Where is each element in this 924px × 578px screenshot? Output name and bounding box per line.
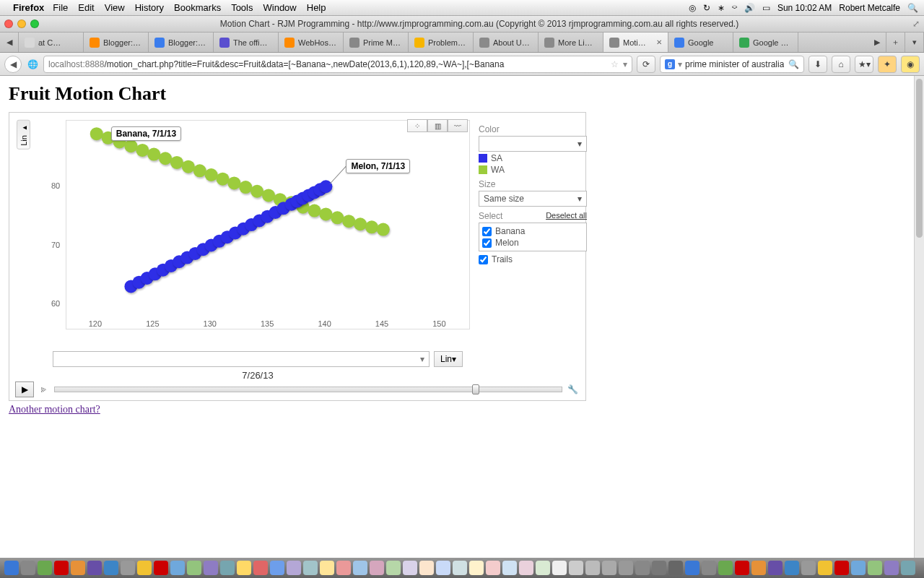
browser-tab[interactable]: Google … <box>733 33 798 52</box>
data-point[interactable] <box>342 215 355 228</box>
dock-app-icon[interactable] <box>419 561 434 575</box>
dock-app-icon[interactable] <box>154 561 168 575</box>
dock-app-icon[interactable] <box>619 561 633 575</box>
menu-edit[interactable]: Edit <box>78 2 94 13</box>
browser-tab[interactable]: Problem… <box>409 33 474 52</box>
y-axis-scale-button[interactable]: Lin ▸ <box>17 120 30 150</box>
dock-app-icon[interactable] <box>320 561 334 575</box>
wifi-icon[interactable]: ⌔ <box>732 3 737 13</box>
dock-app-icon[interactable] <box>204 561 218 575</box>
dock-app-icon[interactable] <box>685 561 699 575</box>
dock-app-icon[interactable] <box>868 561 882 575</box>
menu-history[interactable]: History <box>135 2 164 13</box>
dock-app-icon[interactable] <box>469 561 484 575</box>
dock-app-icon[interactable] <box>386 561 401 575</box>
data-point[interactable] <box>159 152 172 165</box>
dock-app-icon[interactable] <box>170 561 185 575</box>
user-name[interactable]: Robert Metcalfe <box>839 3 900 13</box>
reload-button[interactable]: ⟳ <box>637 56 655 73</box>
tab-list-button[interactable]: ▾ <box>905 33 924 52</box>
dock-app-icon[interactable] <box>270 561 284 575</box>
addon-button-2[interactable]: ◉ <box>901 56 920 73</box>
dock-app-icon[interactable] <box>436 561 450 575</box>
data-point[interactable] <box>227 176 240 189</box>
site-identity-icon[interactable]: 🌐 <box>26 59 39 69</box>
data-point[interactable] <box>354 217 367 230</box>
chart-plot-area[interactable]: ⁘ ▥ 〰 Banana, 7/1/13 Melon, 7/1/13 <box>66 120 470 329</box>
deselect-all-link[interactable]: Deselect all <box>546 211 587 221</box>
x-axis-scale-button[interactable]: Lin ▾ <box>434 351 463 367</box>
app-name[interactable]: Firefox <box>13 2 44 13</box>
volume-icon[interactable]: 🔊 <box>744 3 755 13</box>
data-point[interactable] <box>147 148 160 161</box>
dock-app-icon[interactable] <box>38 561 52 575</box>
dock-app-icon[interactable] <box>702 561 716 575</box>
bluetooth-icon[interactable]: ∗ <box>718 3 725 13</box>
browser-tab[interactable]: Moti…✕ <box>603 33 668 52</box>
dock-app-icon[interactable] <box>851 561 866 575</box>
menu-file[interactable]: File <box>53 2 68 13</box>
settings-wrench-icon[interactable]: 🔧 <box>565 384 580 394</box>
browser-tab[interactable]: WebHos… <box>279 33 344 52</box>
dock-app-icon[interactable] <box>353 561 367 575</box>
dock-app-icon[interactable] <box>768 561 783 575</box>
data-point[interactable] <box>216 173 229 186</box>
dock-app-icon[interactable] <box>303 561 318 575</box>
close-window-button[interactable] <box>4 20 13 28</box>
dock-app-icon[interactable] <box>87 561 102 575</box>
browser-tab[interactable]: Blogger:… <box>149 33 214 52</box>
dock-app-icon[interactable] <box>137 561 152 575</box>
spotlight-alt-icon[interactable]: ◎ <box>689 3 696 13</box>
page-scrollbar[interactable] <box>914 76 924 558</box>
minimize-window-button[interactable] <box>17 20 26 28</box>
data-point[interactable] <box>377 223 390 236</box>
data-point[interactable] <box>365 220 378 233</box>
browser-tab[interactable]: Blogger:… <box>84 33 149 52</box>
data-point[interactable] <box>182 160 195 173</box>
dock-app-icon[interactable] <box>4 561 19 575</box>
timeline-knob[interactable] <box>472 384 479 394</box>
back-button[interactable]: ◀ <box>4 56 22 73</box>
dock-app-icon[interactable] <box>287 561 301 575</box>
menu-bookmarks[interactable]: Bookmarks <box>174 2 221 13</box>
home-button[interactable]: ⌂ <box>832 56 850 73</box>
dock-app-icon[interactable] <box>668 561 683 575</box>
data-point[interactable] <box>331 211 344 224</box>
dock-app-icon[interactable] <box>785 561 799 575</box>
browser-tab[interactable]: at C… <box>19 33 84 52</box>
browser-tab[interactable]: About U… <box>474 33 539 52</box>
browser-tab[interactable]: Google <box>668 33 733 52</box>
dock-app-icon[interactable] <box>502 561 517 575</box>
dock-app-icon[interactable] <box>536 561 550 575</box>
dock-app-icon[interactable] <box>21 561 35 575</box>
data-point[interactable] <box>319 207 332 220</box>
select-item-checkbox[interactable] <box>482 238 492 248</box>
dock-app-icon[interactable] <box>818 561 832 575</box>
dock-app-icon[interactable] <box>751 561 766 575</box>
dock-app-icon[interactable] <box>237 561 251 575</box>
timeline-slider[interactable] <box>54 387 562 392</box>
downloads-button[interactable]: ⬇ <box>808 56 827 73</box>
select-item-checkbox[interactable] <box>482 227 492 236</box>
dock-app-icon[interactable] <box>735 561 749 575</box>
macos-dock[interactable]: /* placeholder for dock icons generated … <box>0 558 924 578</box>
dock-app-icon[interactable] <box>253 561 268 575</box>
dock-app-icon[interactable] <box>519 561 533 575</box>
another-chart-link[interactable]: Another motion chart? <box>9 404 100 415</box>
data-point[interactable] <box>90 127 103 140</box>
zoom-window-button[interactable] <box>30 20 39 28</box>
search-go-icon[interactable]: 🔍 <box>788 59 799 69</box>
addon-button-1[interactable]: ✦ <box>878 56 897 73</box>
color-dropdown[interactable]: ▾ <box>479 136 587 152</box>
dock-app-icon[interactable] <box>104 561 118 575</box>
search-engine-icon[interactable]: g <box>665 59 675 69</box>
data-point[interactable] <box>193 164 206 177</box>
menu-help[interactable]: Help <box>307 2 326 13</box>
trails-checkbox[interactable] <box>479 255 488 264</box>
tab-scroll-right[interactable]: ▶ <box>868 33 886 52</box>
dock-app-icon[interactable] <box>834 561 849 575</box>
timemachine-icon[interactable]: ↻ <box>703 3 710 13</box>
dock-app-icon[interactable] <box>652 561 666 575</box>
dock-app-icon[interactable] <box>403 561 417 575</box>
dock-app-icon[interactable] <box>569 561 583 575</box>
